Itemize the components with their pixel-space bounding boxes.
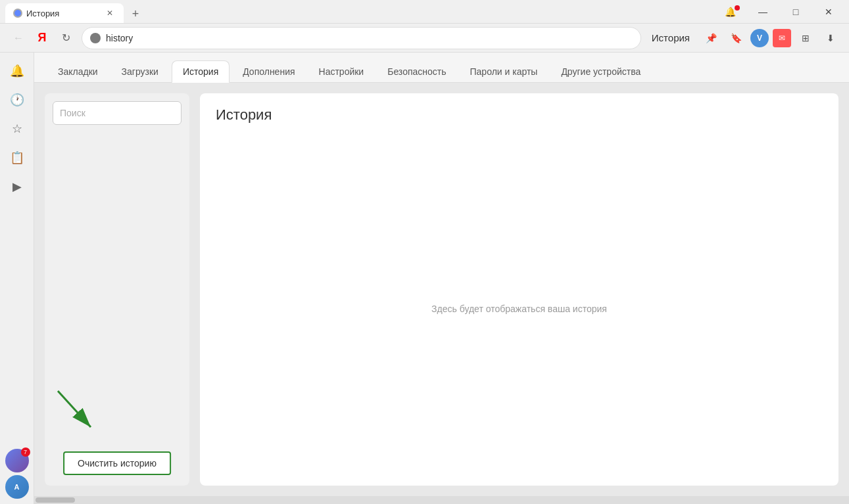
download-icon[interactable]: ⬇ [820, 28, 841, 49]
search-placeholder: Поиск [60, 108, 85, 118]
notifications-button[interactable]: 🔔 [715, 1, 745, 22]
left-sidebar: 🔔 🕐 ☆ 📋 ▶ 7 A [0, 53, 34, 504]
user-avatar[interactable]: 7 [5, 449, 29, 472]
left-panel: Поиск Очистить историю [45, 93, 189, 486]
content-area: Поиск Очистить историю [34, 83, 849, 496]
right-panel: История Здесь будет отображаться ваша ис… [200, 93, 838, 486]
pin-icon[interactable]: 📌 [700, 28, 721, 49]
tab-security[interactable]: Безопасность [377, 61, 456, 82]
history-title: История [216, 106, 823, 124]
window-controls: 🔔 — □ ✕ [715, 1, 844, 22]
tab-bookmarks[interactable]: Закладки [47, 61, 109, 82]
clear-history-button[interactable]: Очистить историю [63, 451, 171, 475]
sidebar-media-icon[interactable]: ▶ [4, 173, 30, 200]
scrollbar-thumb[interactable] [36, 497, 75, 503]
sidebar-reading-icon[interactable]: 📋 [4, 145, 30, 171]
browser-layout: 🔔 🕐 ☆ 📋 ▶ 7 A Закладки Загрузки История … [0, 53, 849, 504]
address-bar[interactable]: history [82, 27, 641, 49]
active-tab[interactable]: История ✕ [5, 3, 124, 23]
tab-favicon [13, 9, 22, 18]
new-tab-button[interactable]: + [126, 5, 145, 23]
titlebar: История ✕ + 🔔 — □ ✕ [0, 0, 849, 24]
maximize-button[interactable]: □ [781, 1, 811, 22]
avatar-badge: 7 [21, 447, 30, 457]
svg-line-1 [58, 391, 91, 427]
tab-extensions[interactable]: Дополнения [232, 61, 305, 82]
tab-other-devices[interactable]: Другие устройства [550, 61, 651, 82]
tab-settings[interactable]: Настройки [308, 61, 375, 82]
extensions-icon[interactable]: ⊞ [795, 28, 816, 49]
tab-downloads[interactable]: Загрузки [111, 61, 169, 82]
vpn-icon[interactable]: V [750, 29, 769, 47]
close-button[interactable]: ✕ [813, 1, 844, 22]
browser-toolbar: ← Я ↻ history История 📌 🔖 V ✉ ⊞ ⬇ [0, 24, 849, 53]
toolbar-right: 📌 🔖 V ✉ ⊞ ⬇ [700, 28, 841, 49]
sidebar-notifications-icon[interactable]: 🔔 [4, 58, 30, 84]
bookmark-icon[interactable]: 🔖 [725, 28, 746, 49]
alisa-icon[interactable]: A [5, 475, 29, 499]
empty-history-message: Здесь будет отображаться ваша история [431, 304, 607, 314]
site-icon [90, 33, 101, 43]
right-panel-header: История [200, 93, 838, 131]
main-content: Закладки Загрузки История Дополнения Нас… [34, 53, 849, 504]
history-body: Здесь будет отображаться ваша история [200, 131, 838, 486]
sidebar-bookmarks-icon[interactable]: ☆ [4, 116, 30, 142]
tab-title: История [26, 9, 59, 18]
toolbar-center-title: История [646, 28, 695, 49]
tab-strip: История ✕ + [5, 0, 710, 23]
bottom-scrollbar[interactable] [34, 496, 849, 504]
arrow-annotation [51, 384, 104, 440]
notification-dot [735, 5, 740, 11]
yandex-logo[interactable]: Я [34, 30, 50, 46]
tab-passwords[interactable]: Пароли и карты [460, 61, 548, 82]
address-text: history [106, 33, 633, 43]
nav-tabs: Закладки Загрузки История Дополнения Нас… [34, 53, 849, 83]
tab-history[interactable]: История [172, 60, 230, 83]
reload-button[interactable]: ↻ [55, 28, 76, 49]
back-button[interactable]: ← [8, 28, 29, 49]
tab-close-button[interactable]: ✕ [104, 7, 116, 19]
sidebar-history-icon[interactable]: 🕐 [4, 87, 30, 113]
sidebar-bottom: 7 A [5, 449, 29, 504]
mail-icon[interactable]: ✉ [773, 29, 791, 47]
search-box[interactable]: Поиск [53, 101, 182, 125]
minimize-button[interactable]: — [748, 1, 778, 22]
